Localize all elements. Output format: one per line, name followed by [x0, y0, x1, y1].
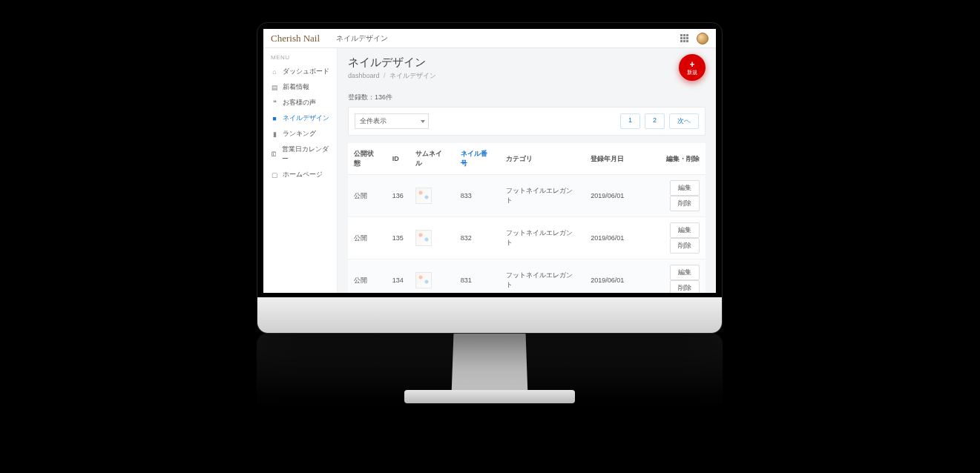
- apps-grid-icon[interactable]: [680, 34, 689, 43]
- monitor-stand-base: [404, 390, 575, 403]
- avatar[interactable]: [697, 33, 708, 44]
- sidebar-item-calendar[interactable]: 🗓 営業日カレンダー: [263, 142, 337, 167]
- monitor-chin: [257, 297, 722, 333]
- col-category[interactable]: カテゴリ: [500, 143, 585, 175]
- breadcrumb: dashboard / ネイルデザイン: [348, 71, 706, 81]
- cell-category: フットネイルエレガント: [500, 217, 585, 259]
- sidebar-heading: MENU: [263, 54, 337, 64]
- home-icon: ⌂: [271, 68, 278, 76]
- edit-button[interactable]: 編集: [670, 265, 700, 280]
- thumbnail-image[interactable]: [415, 188, 432, 204]
- cell-category: フットネイルエレガント: [500, 175, 585, 217]
- cell-status: 公開: [348, 259, 387, 294]
- record-count: 登録数：136件: [348, 93, 706, 102]
- toolbar: 全件表示 1 2 次へ: [348, 107, 706, 136]
- sidebar-item-news[interactable]: ▤ 新着情報: [263, 79, 337, 95]
- brand-logo[interactable]: Cherish Nail: [271, 33, 336, 44]
- sidebar-item-nail-design[interactable]: ■ ネイルデザイン: [263, 110, 337, 126]
- page-icon: ▢: [271, 171, 278, 179]
- page-2-button[interactable]: 2: [645, 113, 665, 129]
- sidebar-item-label: 新着情報: [283, 82, 309, 92]
- sidebar-item-ranking[interactable]: ▮ ランキング: [263, 126, 337, 142]
- cell-status: 公開: [348, 175, 387, 217]
- cell-actions: 編集削除: [630, 259, 706, 294]
- cell-actions: 編集削除: [630, 217, 706, 259]
- thumbnail-image[interactable]: [415, 272, 432, 288]
- fab-label: 新規: [687, 70, 697, 75]
- thumbnail-image[interactable]: [415, 230, 432, 246]
- cell-date: 2019/06/01: [585, 217, 630, 259]
- breadcrumb-separator: /: [384, 72, 386, 79]
- cell-nail-no: 831: [455, 259, 500, 294]
- sidebar-item-voice[interactable]: ❝ お客様の声: [263, 95, 337, 110]
- app-screen: Cherish Nail ネイルデザイン MENU ⌂ ダッシュボード ▤ 新着…: [263, 29, 716, 293]
- main-content: + 新規 ネイルデザイン dashboard / ネイルデザイン 登録数：136…: [338, 48, 716, 293]
- table-row: 公開134831フットネイルエレガント2019/06/01編集削除: [348, 259, 706, 294]
- breadcrumb-root[interactable]: dashboard: [348, 72, 380, 79]
- news-icon: ▤: [271, 84, 278, 91]
- table-row: 公開136833フットネイルエレガント2019/06/01編集削除: [348, 175, 706, 217]
- filter-selected-value: 全件表示: [360, 117, 387, 125]
- col-status[interactable]: 公開状態: [348, 143, 387, 175]
- delete-button[interactable]: 削除: [670, 196, 700, 211]
- sidebar-item-dashboard[interactable]: ⌂ ダッシュボード: [263, 64, 337, 79]
- sidebar-item-label: 営業日カレンダー: [282, 145, 329, 164]
- cell-date: 2019/06/01: [585, 259, 630, 294]
- col-id[interactable]: ID: [387, 143, 410, 175]
- breadcrumb-current: ネイルデザイン: [389, 72, 436, 79]
- cell-actions: 編集削除: [630, 175, 706, 217]
- col-nail-no[interactable]: ネイル番号: [455, 143, 500, 175]
- edit-button[interactable]: 編集: [670, 222, 700, 238]
- cell-status: 公開: [348, 217, 387, 259]
- cell-id: 135: [387, 217, 410, 259]
- edit-button[interactable]: 編集: [670, 180, 700, 196]
- cell-thumb: [410, 259, 455, 294]
- cell-id: 136: [387, 175, 410, 217]
- data-table: 公開状態 ID サムネイル ネイル番号 カテゴリ 登録年月日 編集・削除 公開1…: [348, 143, 706, 293]
- plus-icon: +: [689, 60, 694, 69]
- filter-select[interactable]: 全件表示: [355, 113, 429, 129]
- monitor-stand-neck: [451, 332, 527, 398]
- calendar-icon: 🗓: [271, 150, 277, 158]
- table-row: 公開135832フットネイルエレガント2019/06/01編集削除: [348, 217, 706, 259]
- cell-thumb: [410, 175, 455, 217]
- cell-nail-no: 833: [455, 175, 500, 217]
- col-actions: 編集・削除: [630, 143, 706, 175]
- page-next-button[interactable]: 次へ: [669, 113, 699, 129]
- col-date[interactable]: 登録年月日: [585, 143, 630, 175]
- new-button[interactable]: + 新規: [679, 54, 706, 81]
- col-thumb[interactable]: サムネイル: [410, 143, 455, 175]
- cell-nail-no: 832: [455, 217, 500, 259]
- voice-icon: ❝: [271, 99, 278, 107]
- sidebar-item-label: ランキング: [283, 129, 316, 139]
- monitor-frame: Cherish Nail ネイルデザイン MENU ⌂ ダッシュボード ▤ 新着…: [257, 22, 723, 334]
- topbar: Cherish Nail ネイルデザイン: [263, 29, 716, 48]
- folder-icon: ■: [271, 115, 278, 122]
- cell-thumb: [410, 217, 455, 259]
- sidebar-item-homepage[interactable]: ▢ ホームページ: [263, 167, 337, 182]
- cell-date: 2019/06/01: [585, 175, 630, 217]
- delete-button[interactable]: 削除: [670, 280, 700, 293]
- cell-id: 134: [387, 259, 410, 294]
- page-1-button[interactable]: 1: [620, 113, 640, 129]
- page-title: ネイルデザイン: [348, 56, 706, 70]
- cell-category: フットネイルエレガント: [500, 259, 585, 294]
- sidebar-item-label: ネイルデザイン: [283, 113, 329, 123]
- delete-button[interactable]: 削除: [670, 238, 700, 254]
- ranking-icon: ▮: [271, 130, 278, 138]
- sidebar: MENU ⌂ ダッシュボード ▤ 新着情報 ❝ お客様の声 ■ ネイルデザイン: [263, 48, 338, 293]
- pagination: 1 2 次へ: [620, 113, 699, 129]
- topbar-title: ネイルデザイン: [336, 33, 388, 44]
- sidebar-item-label: ダッシュボード: [283, 67, 329, 76]
- sidebar-item-label: お客様の声: [283, 98, 316, 108]
- sidebar-item-label: ホームページ: [283, 170, 323, 179]
